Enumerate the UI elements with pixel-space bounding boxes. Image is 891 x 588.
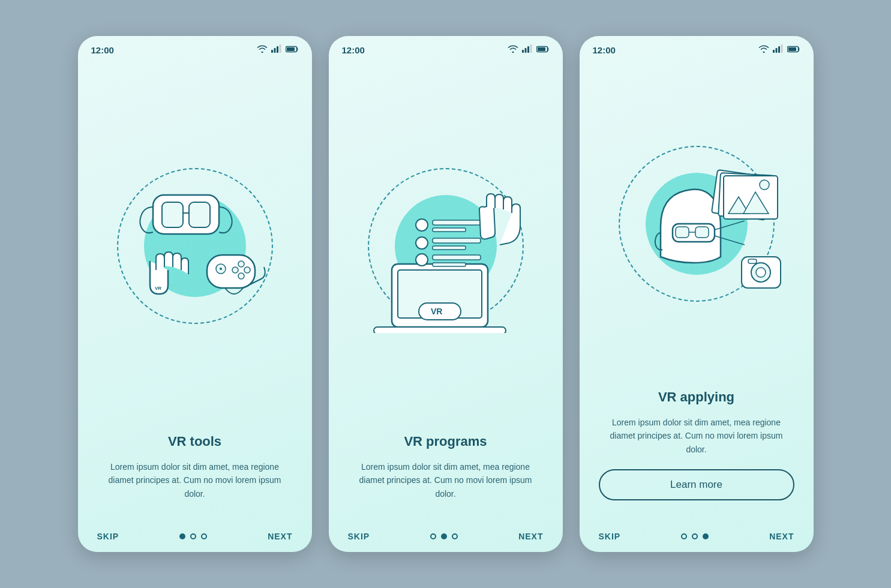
svg-point-17 <box>238 273 244 279</box>
dot-3-3 <box>703 533 709 539</box>
svg-rect-1 <box>274 48 275 53</box>
screen-description-1: Lorem ipsum dolor sit dim amet, mea regi… <box>97 460 293 500</box>
status-bar-3: 12:00 <box>580 36 814 59</box>
wifi-icon <box>257 44 268 55</box>
svg-rect-38 <box>773 50 775 53</box>
battery-icon <box>286 44 299 55</box>
svg-rect-23 <box>538 47 545 51</box>
svg-rect-26 <box>374 327 506 333</box>
svg-point-15 <box>244 267 250 273</box>
wifi-icon <box>758 44 769 55</box>
svg-rect-7 <box>162 202 183 227</box>
next-button-3[interactable]: NEXT <box>769 532 794 541</box>
svg-text:VR: VR <box>431 307 442 316</box>
svg-rect-30 <box>433 220 481 225</box>
svg-point-13 <box>220 268 222 270</box>
signal-icon <box>773 44 784 55</box>
screen-description-3: Lorem ipsum dolor sit dim amet, mea regi… <box>599 416 794 456</box>
status-icons-3 <box>758 44 800 55</box>
svg-point-16 <box>232 267 238 273</box>
svg-rect-57 <box>748 259 757 263</box>
content-area-1: VR tools Lorem ipsum dolor sit dim amet,… <box>78 434 312 526</box>
svg-point-56 <box>756 268 766 277</box>
dot-1-3 <box>201 533 207 539</box>
content-area-2: VR programs Lorem ipsum dolor sit dim am… <box>329 434 563 526</box>
skip-button-1[interactable]: SKIP <box>97 532 119 541</box>
next-button-1[interactable]: NEXT <box>268 532 292 541</box>
time-1: 12:00 <box>91 45 114 55</box>
next-button-2[interactable]: NEXT <box>518 532 543 541</box>
learn-more-button[interactable]: Learn more <box>599 469 794 500</box>
screens-container: 12:00 <box>78 36 814 552</box>
svg-rect-5 <box>287 47 295 51</box>
svg-rect-33 <box>433 238 481 243</box>
bottom-nav-1: SKIP NEXT <box>78 526 312 552</box>
screen-title-3: VR applying <box>599 389 794 405</box>
svg-rect-34 <box>433 246 466 250</box>
bottom-nav-3: SKIP NEXT <box>580 526 814 552</box>
status-icons-1 <box>257 44 299 55</box>
svg-rect-19 <box>524 48 526 53</box>
svg-rect-2 <box>277 46 278 53</box>
dot-2-1 <box>430 533 436 539</box>
vr-tools-illustration: VR <box>105 159 285 333</box>
screen-2: 12:00 <box>329 36 563 552</box>
skip-button-3[interactable]: SKIP <box>599 532 621 541</box>
screen-3: 12:00 <box>580 36 814 552</box>
svg-rect-8 <box>189 202 210 227</box>
screen-1: 12:00 <box>78 36 312 552</box>
dot-3-1 <box>681 533 687 539</box>
dot-1-1 <box>179 533 185 539</box>
signal-icon <box>271 44 282 55</box>
svg-rect-31 <box>433 228 466 232</box>
svg-point-29 <box>416 219 428 231</box>
dot-1-2 <box>190 533 196 539</box>
screen-title-1: VR tools <box>97 434 293 449</box>
svg-rect-18 <box>522 50 524 53</box>
time-3: 12:00 <box>593 45 616 55</box>
dots-2 <box>430 533 458 539</box>
wifi-icon <box>508 44 518 55</box>
time-2: 12:00 <box>342 45 365 55</box>
svg-rect-45 <box>676 227 689 238</box>
svg-rect-41 <box>781 44 782 53</box>
svg-rect-0 <box>271 50 273 53</box>
svg-rect-36 <box>433 255 481 260</box>
svg-point-32 <box>416 237 428 249</box>
svg-rect-3 <box>279 44 281 53</box>
illustration-area-2: VR <box>329 59 563 434</box>
vr-programs-illustration: VR <box>356 159 536 333</box>
svg-rect-40 <box>778 46 780 53</box>
signal-icon <box>522 44 533 55</box>
status-bar-2: 12:00 <box>329 36 563 59</box>
battery-icon <box>536 44 550 55</box>
svg-point-53 <box>760 180 769 190</box>
dot-2-2 <box>441 533 447 539</box>
dots-3 <box>681 533 709 539</box>
screen-description-2: Lorem ipsum dolor sit dim amet, mea regi… <box>348 460 544 500</box>
svg-rect-20 <box>527 46 529 53</box>
svg-rect-46 <box>695 227 709 238</box>
content-area-3: VR applying Lorem ipsum dolor sit dim am… <box>580 389 814 526</box>
battery-icon <box>787 44 800 55</box>
svg-point-14 <box>238 261 244 267</box>
bottom-nav-2: SKIP NEXT <box>329 526 563 552</box>
illustration-area-1: VR <box>78 59 312 434</box>
svg-point-35 <box>416 254 428 266</box>
dot-3-2 <box>692 533 698 539</box>
svg-rect-21 <box>530 44 532 53</box>
screen-title-2: VR programs <box>348 434 544 449</box>
skip-button-2[interactable]: SKIP <box>348 532 370 541</box>
svg-rect-39 <box>775 48 777 53</box>
vr-applying-illustration <box>607 137 787 311</box>
status-icons-2 <box>508 44 550 55</box>
dots-1 <box>179 533 207 539</box>
illustration-area-3 <box>580 59 814 389</box>
dot-2-3 <box>452 533 458 539</box>
status-bar-1: 12:00 <box>78 36 312 59</box>
svg-text:VR: VR <box>155 286 161 291</box>
svg-rect-37 <box>433 263 466 266</box>
svg-rect-43 <box>788 47 796 51</box>
